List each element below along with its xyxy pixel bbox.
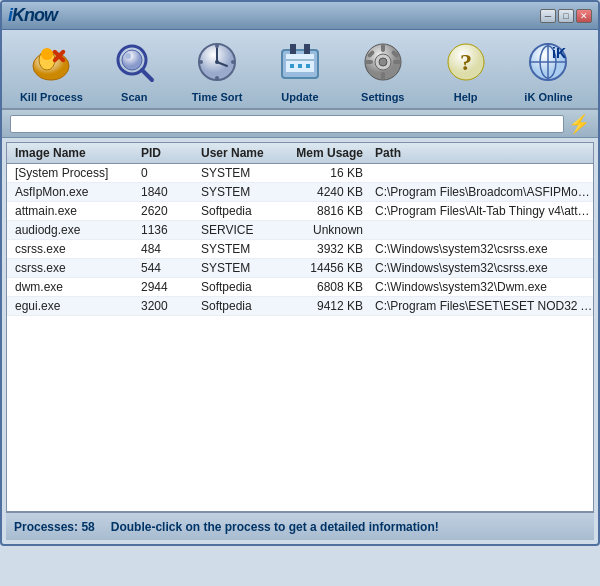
ik-online-button[interactable]: iK iK Online [512,36,584,103]
cell-image-name: [System Process] [7,166,137,180]
cell-pid: 3200 [137,299,197,313]
settings-label: Settings [361,91,404,103]
close-button[interactable]: ✕ [576,9,592,23]
search-bar: ⚡ [2,110,598,138]
title-controls: ─ □ ✕ [540,9,592,23]
update-icon [274,36,326,88]
scan-icon [108,36,160,88]
time-sort-label: Time Sort [192,91,243,103]
svg-text:?: ? [460,49,472,75]
svg-rect-29 [365,60,373,64]
cell-pid: 544 [137,261,197,275]
table-row[interactable]: attmain.exe 2620 Softpedia 8816 KB C:\Pr… [7,202,593,221]
svg-text:iK: iK [552,45,566,61]
cell-pid: 1136 [137,223,197,237]
cell-pid: 0 [137,166,197,180]
cell-user: Softpedia [197,299,287,313]
cell-image-name: egui.exe [7,299,137,313]
kill-process-label: Kill Process [20,91,83,103]
process-table: Image Name PID User Name Mem Usage Path … [6,142,594,512]
col-header-pid[interactable]: PID [137,146,197,160]
app-logo: iKnow [8,5,57,26]
cell-mem: 16 KB [287,166,367,180]
time-sort-button[interactable]: Time Sort [181,36,253,103]
cell-mem: 4240 KB [287,185,367,199]
svg-line-7 [142,70,152,80]
svg-rect-23 [298,64,302,68]
table-row[interactable]: dwm.exe 2944 Softpedia 6808 KB C:\Window… [7,278,593,297]
svg-point-15 [199,60,203,64]
table-row[interactable]: egui.exe 3200 Softpedia 9412 KB C:\Progr… [7,297,593,316]
update-button[interactable]: Update [264,36,336,103]
cell-mem: 14456 KB [287,261,367,275]
svg-rect-24 [306,64,310,68]
cell-user: SYSTEM [197,166,287,180]
svg-point-2 [41,48,53,60]
cell-path: C:\Program Files\ESET\ESET NOD32 Antivir… [367,299,593,313]
title-bar: iKnow ─ □ ✕ [2,2,598,30]
col-header-image-name[interactable]: Image Name [7,146,137,160]
update-label: Update [281,91,318,103]
kill-process-icon [25,36,77,88]
table-row[interactable]: [System Process] 0 SYSTEM 16 KB [7,164,593,183]
col-header-mem-usage[interactable]: Mem Usage [287,146,367,160]
cell-user: SYSTEM [197,185,287,199]
table-row[interactable]: AsfIpMon.exe 1840 SYSTEM 4240 KB C:\Prog… [7,183,593,202]
cell-path [367,166,593,180]
warning-icon: ⚡ [568,113,590,135]
svg-rect-22 [290,64,294,68]
cell-path: C:\Program Files\Alt-Tab Thingy v4\attma… [367,204,593,218]
cell-image-name: attmain.exe [7,204,137,218]
svg-rect-20 [304,44,310,54]
cell-image-name: audiodg.exe [7,223,137,237]
svg-point-33 [379,58,387,66]
cell-pid: 2944 [137,280,197,294]
cell-pid: 484 [137,242,197,256]
cell-path: C:\Windows\system32\csrss.exe [367,261,593,275]
settings-icon [357,36,409,88]
minimize-button[interactable]: ─ [540,9,556,23]
table-header: Image Name PID User Name Mem Usage Path [7,143,593,164]
svg-point-14 [215,76,219,80]
cell-image-name: dwm.exe [7,280,137,294]
scan-button[interactable]: Scan [98,36,170,103]
cell-pid: 1840 [137,185,197,199]
logo-text: iKnow [8,5,57,26]
scan-label: Scan [121,91,147,103]
settings-button[interactable]: Settings [347,36,419,103]
col-header-user-name[interactable]: User Name [197,146,287,160]
kill-process-button[interactable]: Kill Process [15,36,87,103]
svg-rect-30 [393,60,401,64]
cell-image-name: csrss.exe [7,242,137,256]
cell-image-name: AsfIpMon.exe [7,185,137,199]
cell-mem: 9412 KB [287,299,367,313]
table-row[interactable]: csrss.exe 484 SYSTEM 3932 KB C:\Windows\… [7,240,593,259]
help-label: Help [454,91,478,103]
ik-online-label: iK Online [524,91,572,103]
cell-mem: 3932 KB [287,242,367,256]
cell-mem: Unknown [287,223,367,237]
table-row[interactable]: csrss.exe 544 SYSTEM 14456 KB C:\Windows… [7,259,593,278]
help-icon: ? [440,36,492,88]
cell-image-name: csrss.exe [7,261,137,275]
table-body: [System Process] 0 SYSTEM 16 KB AsfIpMon… [7,164,593,511]
ik-online-icon: iK [522,36,574,88]
svg-rect-27 [381,44,385,52]
cell-path: C:\Windows\system32\csrss.exe [367,242,593,256]
cell-mem: 8816 KB [287,204,367,218]
search-input[interactable] [10,115,564,133]
help-button[interactable]: ? Help [430,36,502,103]
cell-mem: 6808 KB [287,280,367,294]
maximize-button[interactable]: □ [558,9,574,23]
cell-path: C:\Windows\system32\Dwm.exe [367,280,593,294]
cell-path [367,223,593,237]
svg-point-8 [125,53,131,59]
status-hint: Double-click on the process to get a det… [111,520,439,534]
svg-rect-28 [381,72,385,80]
col-header-path[interactable]: Path [367,146,593,160]
svg-point-16 [231,60,235,64]
svg-point-13 [215,44,219,48]
table-row[interactable]: audiodg.exe 1136 SERVICE Unknown [7,221,593,240]
cell-user: SYSTEM [197,242,287,256]
process-count: Processes: 58 [14,520,95,534]
